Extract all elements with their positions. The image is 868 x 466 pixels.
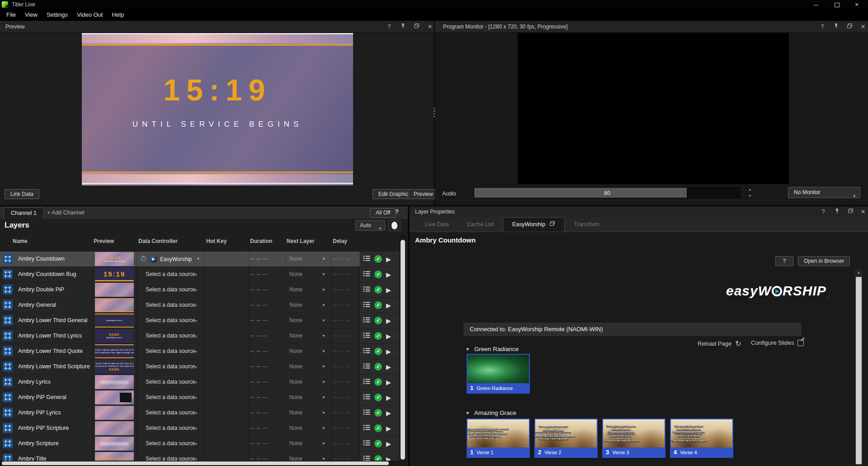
select-data-source[interactable]: Select a data source▾ — [138, 328, 204, 343]
next-layer-dropdown[interactable]: None — [289, 375, 302, 390]
close-panel-icon[interactable]: ✕ — [426, 23, 434, 30]
next-layer-dropdown[interactable]: None — [289, 405, 302, 420]
menu-item-settings[interactable]: Settings — [42, 9, 72, 21]
web-vertical-scrollbar[interactable]: ▲ — [855, 270, 863, 466]
select-data-source[interactable]: Select a data source▾ — [138, 267, 204, 282]
audio-slider[interactable]: 80 — [474, 187, 741, 198]
layer-details-icon[interactable] — [363, 409, 370, 417]
layer-details-icon[interactable] — [363, 440, 370, 448]
link-data-button[interactable]: Link Data — [5, 189, 39, 199]
tab-channel-1[interactable]: Channel 1 — [4, 207, 44, 219]
slide-verse-4[interactable]: When we've been thereten thousand yearsB… — [670, 418, 733, 458]
slide-verse-1[interactable]: Amazing grace how sweet the sound,That s… — [467, 418, 530, 458]
float-icon[interactable] — [845, 23, 854, 30]
web-help-button[interactable]: ? — [775, 256, 793, 266]
layer-details-icon[interactable] — [363, 332, 370, 340]
layer-play-icon[interactable]: ▶ — [386, 271, 391, 278]
layer-details-icon[interactable] — [363, 347, 370, 356]
menu-item-view[interactable]: View — [20, 9, 42, 21]
tab-float-icon[interactable] — [549, 217, 555, 232]
layer-row[interactable]: Ambry LyricsSelect a data source▾-- -- -… — [0, 375, 400, 390]
layer-play-icon[interactable]: ▶ — [386, 409, 391, 417]
tab-live-data[interactable]: Live Data — [416, 217, 458, 232]
layer-row[interactable]: Ambry PiP LyricsSelect a data source▾-- … — [0, 405, 400, 420]
scroll-up-icon[interactable]: ▲ — [855, 271, 863, 275]
menu-item-file[interactable]: File — [2, 9, 20, 21]
layer-row[interactable]: Ambry PiP ScriptureSelect a data source▾… — [0, 421, 400, 436]
layers-horizontal-scrollbar[interactable] — [0, 461, 400, 466]
pin-icon[interactable] — [399, 23, 407, 30]
layer-details-icon[interactable] — [363, 394, 370, 402]
layer-row[interactable]: Ambry Lower Third GeneralREFERENCE TEXTS… — [0, 313, 400, 328]
next-layer-dropdown[interactable]: None — [289, 436, 302, 451]
float-icon[interactable] — [412, 23, 420, 30]
layers-vertical-scrollbar[interactable] — [400, 234, 406, 466]
layer-enabled-check-icon[interactable]: ✓ — [374, 347, 382, 355]
open-in-browser-button[interactable]: Open in Browser — [798, 256, 850, 266]
collapse-triangle-icon[interactable]: ▼ — [466, 411, 470, 415]
layer-play-icon[interactable]: ▶ — [386, 348, 391, 355]
slide-verse-3[interactable]: Through many dangers,toil and snares,I h… — [602, 418, 665, 458]
tab-transform[interactable]: Transform — [565, 217, 609, 232]
tab-easyworship[interactable]: EasyWorship — [503, 217, 565, 232]
record-button[interactable] — [388, 220, 401, 231]
panel-splitter-handle[interactable] — [434, 108, 435, 117]
next-layer-dropdown[interactable]: None — [289, 328, 302, 343]
layer-enabled-check-icon[interactable]: ✓ — [374, 440, 382, 447]
all-off-button[interactable]: All Off — [370, 208, 396, 218]
next-layer-dropdown[interactable]: None — [289, 421, 302, 436]
power-icon[interactable] — [140, 255, 147, 263]
layer-row[interactable]: Ambry GeneralSelect a data source▾-- -- … — [0, 298, 400, 313]
layer-enabled-check-icon[interactable]: ✓ — [374, 394, 382, 401]
monitor-select[interactable]: No Monitor ▼ — [788, 187, 860, 198]
auto-select[interactable]: Auto ▼ — [355, 220, 385, 231]
audio-spin-down[interactable]: ▼ — [747, 194, 753, 198]
select-data-source[interactable]: Select a data source▾ — [138, 390, 204, 405]
select-data-source[interactable]: Select a data source▾ — [138, 282, 204, 297]
layer-row[interactable]: Ambry Lower Third QuoteHE WORLD THAT HE … — [0, 344, 400, 359]
layer-details-icon[interactable] — [363, 424, 370, 433]
next-layer-dropdown[interactable]: None — [289, 267, 302, 282]
audio-spin-up[interactable]: ▲ — [747, 187, 753, 192]
maximize-button[interactable] — [829, 0, 844, 9]
layer-play-icon[interactable]: ▶ — [386, 379, 391, 386]
layer-enabled-check-icon[interactable]: ✓ — [374, 301, 382, 309]
float-icon[interactable] — [846, 208, 854, 215]
layer-play-icon[interactable]: ▶ — [386, 286, 391, 294]
close-panel-icon[interactable]: ✕ — [859, 208, 867, 215]
layer-details-icon[interactable] — [363, 301, 370, 309]
layer-play-icon[interactable]: ▶ — [386, 317, 391, 324]
layer-details-icon[interactable] — [363, 271, 370, 279]
next-layer-dropdown[interactable]: None — [289, 282, 302, 297]
layer-enabled-check-icon[interactable]: ✓ — [374, 363, 382, 371]
layer-play-icon[interactable]: ▶ — [386, 363, 391, 371]
select-data-source[interactable]: Select a data source▾ — [138, 313, 204, 328]
collapse-triangle-icon[interactable]: ▼ — [466, 347, 470, 352]
next-layer-dropdown[interactable]: None — [289, 298, 302, 313]
layer-details-icon[interactable] — [363, 378, 370, 386]
layer-enabled-check-icon[interactable]: ✓ — [374, 286, 382, 294]
select-data-source[interactable]: Select a data source▾ — [138, 436, 204, 451]
layer-enabled-check-icon[interactable]: ✓ — [374, 255, 382, 263]
configure-slides-button[interactable]: Configure Slides — [751, 339, 804, 346]
select-data-source[interactable]: Select a data source▾ — [138, 405, 204, 420]
add-channel-button[interactable]: + Add Channel — [47, 206, 84, 219]
select-data-source[interactable]: Select a data source▾ — [138, 344, 204, 359]
menu-item-video-out[interactable]: Video Out — [72, 9, 108, 21]
pin-icon[interactable] — [832, 23, 840, 30]
layer-enabled-check-icon[interactable]: ✓ — [374, 317, 382, 324]
next-layer-dropdown[interactable]: None — [289, 390, 302, 405]
layer-row[interactable]: Ambry PiP GeneralSelect a data source▾--… — [0, 390, 400, 405]
layer-row[interactable]: Ambry Lower Third ScriptureTHE WORLD THA… — [0, 359, 400, 374]
layer-play-icon[interactable]: ▶ — [386, 256, 391, 263]
next-layer-dropdown[interactable]: None — [289, 252, 302, 266]
help-icon[interactable]: ? — [818, 23, 826, 30]
layer-play-icon[interactable]: ▶ — [386, 425, 391, 432]
minimize-button[interactable] — [808, 0, 824, 9]
slide-green-radiance[interactable]: 1Green Radiance — [467, 354, 530, 394]
layer-row[interactable]: Ambry Countdown15:19UNTIL SERVICE BEGINS… — [0, 252, 400, 266]
layer-play-icon[interactable]: ▶ — [386, 440, 391, 447]
layer-details-icon[interactable] — [363, 363, 370, 371]
pin-icon[interactable] — [833, 208, 841, 215]
layer-row[interactable]: Ambry Double PiPSelect a data source▾-- … — [0, 282, 400, 297]
